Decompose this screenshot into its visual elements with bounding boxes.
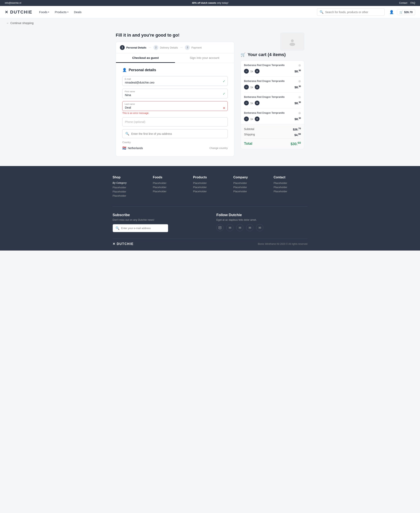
- cart-item-controls: − 1x + $8.90: [244, 85, 301, 89]
- search-input[interactable]: [325, 11, 382, 14]
- remove-item-button[interactable]: ⊗: [298, 111, 301, 115]
- decrease-qty-button[interactable]: −: [244, 85, 249, 89]
- address-input[interactable]: [131, 132, 225, 135]
- footer-logo: ✕ DUTCHIE: [112, 242, 134, 246]
- email-input[interactable]: [122, 76, 228, 86]
- cart-item-controls: − 1x + $8.90: [244, 69, 301, 74]
- svg-point-2: [290, 43, 295, 46]
- country-left: 🇳🇱 Netherlands: [122, 146, 143, 150]
- decrease-qty-button[interactable]: −: [244, 101, 249, 105]
- nav-products[interactable]: Products ▾: [53, 9, 70, 15]
- logo[interactable]: ✕ DUTCHIE: [5, 9, 32, 15]
- steps: 1 Personal Details — 2 Delivery Details …: [116, 42, 234, 53]
- cart-items: Berberana Red Dragon Tempranillo ⊗ − 1x …: [241, 61, 304, 124]
- cart-item-name: Berberana Red Dragon Tempranillo: [244, 79, 285, 83]
- item-price: $8.90: [294, 85, 301, 89]
- cart-item: Berberana Red Dragon Tempranillo ⊗ − 1x …: [244, 77, 301, 92]
- footer-link[interactable]: Placeholder: [233, 186, 267, 189]
- step-3-num: 3: [185, 45, 190, 50]
- step-1: 1 Personal Details: [120, 45, 146, 50]
- footer-link[interactable]: Placeholder: [274, 186, 308, 189]
- cart-item: Berberana Red Dragon Tempranillo ⊗ − 1x …: [244, 108, 301, 124]
- item-price: $8.90: [294, 117, 301, 121]
- faq-link[interactable]: FAQ: [411, 2, 415, 4]
- firstname-input[interactable]: [122, 89, 228, 98]
- footer-link[interactable]: Placeholder: [233, 190, 267, 193]
- nav-deals[interactable]: Deals: [72, 9, 83, 15]
- decrease-qty-button[interactable]: −: [244, 117, 249, 121]
- address-group: 🔍: [122, 129, 228, 138]
- account-icon[interactable]: 👤: [389, 10, 394, 14]
- cart-item-header: Berberana Red Dragon Tempranillo ⊗: [244, 111, 301, 115]
- subscribe-col: Subscribe Don't miss out on any Dutchie …: [112, 213, 204, 232]
- chevron-down-icon: ▾: [68, 11, 68, 13]
- qty-controls: − 1x +: [244, 101, 260, 105]
- subscribe-input-row[interactable]: 🔍: [112, 224, 168, 232]
- instagram-icon[interactable]: [216, 224, 224, 231]
- back-link[interactable]: ← Continue shopping: [6, 22, 414, 25]
- footer-link[interactable]: Placeholder: [193, 186, 227, 189]
- increase-qty-button[interactable]: +: [255, 69, 260, 74]
- mail-icon[interactable]: ✉: [246, 224, 253, 231]
- footer-link[interactable]: Placeholder: [112, 194, 146, 197]
- follow-col: Follow Dutchie Eget at ac dapibus felis …: [216, 213, 308, 232]
- mail-icon[interactable]: ✉: [236, 224, 243, 231]
- section-heading: 👤 Personal details: [122, 68, 228, 72]
- footer-link[interactable]: Placeholder: [274, 190, 308, 193]
- mail-icon[interactable]: ✉: [226, 224, 233, 231]
- address-search-row[interactable]: 🔍: [122, 129, 228, 138]
- country-label: Country: [122, 141, 228, 144]
- top-bar: info@dutchie.nl 40% off dutch sweets onl…: [0, 0, 420, 6]
- footer-link[interactable]: Placeholder: [112, 186, 146, 189]
- cart-button[interactable]: 🛒 $26.70: [397, 9, 415, 15]
- step-2: 2 Delivery Details: [154, 45, 178, 50]
- increase-qty-button[interactable]: +: [255, 117, 260, 121]
- country-row: 🇳🇱 Netherlands Change country: [122, 145, 228, 151]
- footer-link[interactable]: Placeholder: [153, 190, 187, 193]
- subtotal-label: Subtotal: [244, 127, 254, 131]
- footer-link[interactable]: Placeholder: [233, 182, 267, 185]
- footer-link[interactable]: Placeholder: [274, 182, 308, 185]
- change-country-link[interactable]: Change country: [210, 147, 228, 149]
- decrease-qty-button[interactable]: −: [244, 69, 249, 74]
- search-bar[interactable]: 🔍: [317, 8, 385, 16]
- follow-subtitle: Eget at ac dapibus felis dolor amet.: [216, 218, 308, 221]
- shipping-label: Shipping: [244, 133, 255, 136]
- increase-qty-button[interactable]: +: [255, 85, 260, 89]
- footer-link[interactable]: Placeholder: [112, 190, 146, 193]
- tab-signin[interactable]: Sign into your account: [175, 53, 234, 63]
- breadcrumb-bar: ← Continue shopping: [0, 18, 420, 28]
- cart-item-controls: − 1x + $8.90: [244, 117, 301, 121]
- form-title: Fill it in and you're good to go!: [116, 33, 234, 38]
- contact-link[interactable]: Contact: [399, 2, 407, 4]
- logo-icon: ✕: [112, 242, 116, 246]
- check-icon: ✓: [223, 92, 225, 96]
- subscribe-input[interactable]: [121, 227, 165, 230]
- footer-col-title: Foods: [153, 176, 187, 179]
- footer-col-title: Shop: [112, 176, 146, 179]
- remove-item-button[interactable]: ⊗: [298, 79, 301, 83]
- remove-item-button[interactable]: ⊗: [298, 63, 301, 67]
- cart-item-name: Berberana Red Dragon Tempranillo: [244, 63, 285, 67]
- footer-link[interactable]: Placeholder: [193, 190, 227, 193]
- nav-foods[interactable]: Foods ▾: [37, 9, 51, 15]
- svg-point-1: [291, 39, 294, 42]
- top-bar-links: Contact FAQ: [399, 2, 415, 4]
- footer-link[interactable]: Placeholder: [153, 186, 187, 189]
- header-icons: 👤 🛒 $26.70: [389, 9, 415, 15]
- main-nav: Foods ▾ Products ▾ Deals: [37, 9, 312, 15]
- search-icon: 🔍: [116, 226, 120, 230]
- remove-item-button[interactable]: ⊗: [298, 95, 301, 99]
- cart-item-header: Berberana Red Dragon Tempranillo ⊗: [244, 63, 301, 67]
- footer-link[interactable]: Placeholder: [153, 182, 187, 185]
- qty-value: 1x: [250, 86, 253, 89]
- item-price: $8.90: [294, 69, 301, 73]
- mail-icon[interactable]: ✉: [256, 224, 263, 231]
- lastname-input[interactable]: [122, 101, 228, 111]
- increase-qty-button[interactable]: +: [255, 101, 260, 105]
- footer-link[interactable]: Placeholder: [193, 182, 227, 185]
- tab-guest[interactable]: Checkout as guest: [116, 53, 175, 63]
- clear-icon[interactable]: ✕: [223, 106, 225, 110]
- error-message: This is an error message.: [122, 112, 228, 115]
- phone-input[interactable]: [122, 117, 228, 126]
